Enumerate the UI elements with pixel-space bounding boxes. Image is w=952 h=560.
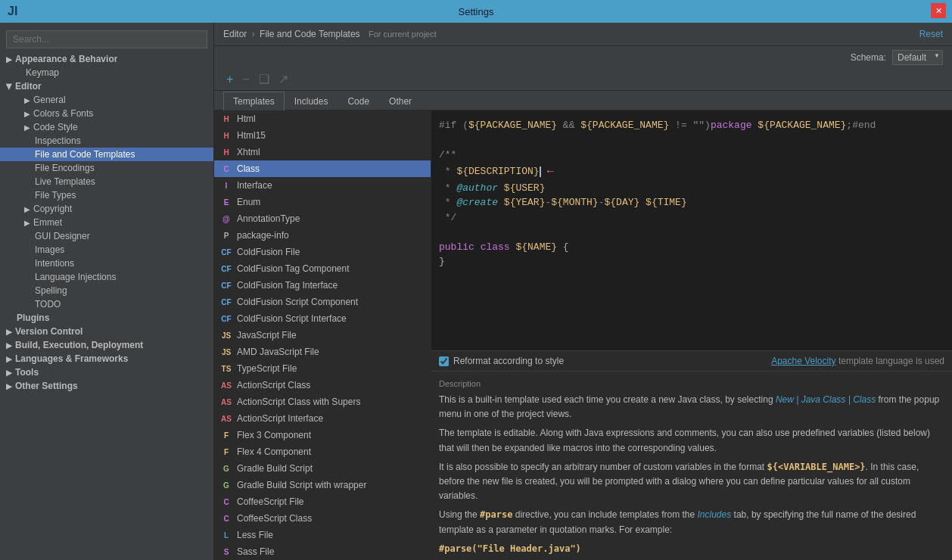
file-item-as-iface[interactable]: AS ActionScript Interface xyxy=(214,410,431,427)
sidebar-item-code-style[interactable]: ▶Code Style xyxy=(0,120,213,134)
file-icon-xhtml: H xyxy=(220,146,232,158)
file-item-cf-script-comp[interactable]: CF ColdFusion Script Component xyxy=(214,294,431,310)
file-icon-annotation: @ xyxy=(220,213,232,225)
file-label-xhtml: Xhtml xyxy=(237,147,260,157)
sidebar-arrow-appearance: ▶ xyxy=(6,55,12,64)
file-item-amd-js[interactable]: JS AMD JavaScript File xyxy=(214,344,431,360)
file-item-cf-file[interactable]: CF ColdFusion File xyxy=(214,244,431,260)
file-item-enum[interactable]: E Enum xyxy=(214,194,431,210)
sidebar-item-spelling[interactable]: Spelling xyxy=(0,284,213,297)
file-item-package-info[interactable]: P package-info xyxy=(214,227,431,244)
file-label-annotation: AnnotationType xyxy=(237,213,300,224)
sidebar-label-plugins: Plugins xyxy=(17,313,49,323)
file-item-coffee-file[interactable]: C CoffeeScript File xyxy=(214,493,431,510)
file-label-cf-file: ColdFusion File xyxy=(237,247,300,257)
sidebar-item-editor[interactable]: ▶Editor xyxy=(0,79,213,93)
file-item-as-supers[interactable]: AS ActionScript Class with Supers xyxy=(214,394,431,410)
sidebar-item-file-code-templates[interactable]: File and Code Templates xyxy=(0,148,213,161)
main-layout: ▶Appearance & BehaviorKeymap▶Editor▶Gene… xyxy=(0,23,952,560)
sidebar-arrow-colors-fonts: ▶ xyxy=(24,110,30,118)
reformat-checkbox[interactable] xyxy=(439,356,449,366)
tab-templates[interactable]: Templates xyxy=(223,92,285,110)
sidebar-label-general: General xyxy=(33,95,66,105)
tab-code[interactable]: Code xyxy=(338,92,379,110)
sidebar-item-file-encodings[interactable]: File Encodings xyxy=(0,161,213,175)
sidebar-item-keymap[interactable]: Keymap xyxy=(0,66,213,79)
velocity-link[interactable]: Apache Velocity xyxy=(771,356,835,366)
file-item-cf-script-iface[interactable]: CF ColdFusion Script Interface xyxy=(214,310,431,327)
file-item-gradle-build[interactable]: G Gradle Build Script xyxy=(214,460,431,477)
sidebar-item-tools[interactable]: ▶Tools xyxy=(0,366,213,379)
sidebar-item-languages-frameworks[interactable]: ▶Languages & Frameworks xyxy=(0,352,213,366)
reset-button[interactable]: Reset xyxy=(919,29,943,39)
cursor-arrow: ← xyxy=(547,163,555,181)
sidebar-item-language-injections[interactable]: Language Injections xyxy=(0,270,213,284)
file-icon-sass-file: S xyxy=(220,546,232,558)
file-label-cf-tag-comp: ColdFusion Tag Component xyxy=(237,263,350,274)
desc-para-1: This is a built-in template used each ti… xyxy=(439,393,944,422)
sidebar-item-plugins[interactable]: Plugins xyxy=(0,311,213,325)
file-label-as-supers: ActionScript Class with Supers xyxy=(237,397,360,407)
file-item-html[interactable]: H Html xyxy=(214,110,431,127)
file-item-xhtml[interactable]: H Xhtml xyxy=(214,144,431,160)
tab-other[interactable]: Other xyxy=(379,92,422,110)
file-item-html5[interactable]: H Html15 xyxy=(214,127,431,144)
sidebar-item-file-types[interactable]: File Types xyxy=(0,188,213,202)
sidebar-item-gui-designer[interactable]: GUI Designer xyxy=(0,229,213,243)
file-item-less-file[interactable]: L Less File xyxy=(214,527,431,543)
sidebar-item-appearance[interactable]: ▶Appearance & Behavior xyxy=(0,52,213,66)
sidebar-item-copyright[interactable]: ▶Copyright xyxy=(0,202,213,216)
file-item-class[interactable]: C Class xyxy=(214,160,431,177)
dialog-title: Settings xyxy=(459,6,494,17)
sidebar-label-editor: Editor xyxy=(15,81,42,92)
file-item-interface[interactable]: I Interface xyxy=(214,177,431,194)
file-item-as-class[interactable]: AS ActionScript Class xyxy=(214,377,431,394)
sidebar-item-emmet[interactable]: ▶Emmet xyxy=(0,216,213,229)
schema-select[interactable]: Default xyxy=(892,50,943,65)
file-icon-amd-js: JS xyxy=(220,346,232,358)
file-item-annotation[interactable]: @ AnnotationType xyxy=(214,210,431,227)
breadcrumb-editor: Editor xyxy=(223,29,247,39)
sidebar-item-general[interactable]: ▶General xyxy=(0,93,213,107)
sidebar-item-version-control[interactable]: ▶Version Control xyxy=(0,325,213,338)
sidebar-item-other-settings[interactable]: ▶Other Settings xyxy=(0,379,213,393)
file-label-flex4: Flex 4 Component xyxy=(237,446,311,457)
description-area: Description This is a built-in template … xyxy=(431,371,952,560)
sidebar-item-live-templates[interactable]: Live Templates xyxy=(0,175,213,188)
search-input[interactable] xyxy=(6,30,207,48)
file-item-flex3[interactable]: F Flex 3 Component xyxy=(214,427,431,443)
copy-button[interactable]: ❑ xyxy=(256,72,272,87)
file-item-gradle-wrapper[interactable]: G Gradle Build Script with wrapper xyxy=(214,477,431,493)
move-button[interactable]: ↗ xyxy=(275,72,291,87)
file-item-cf-tag-comp[interactable]: CF ColdFusion Tag Component xyxy=(214,260,431,277)
file-icon-as-iface: AS xyxy=(220,412,232,425)
file-item-ts-file[interactable]: TS TypeScript File xyxy=(214,360,431,377)
sidebar-label-colors-fonts: Colors & Fonts xyxy=(33,108,93,119)
code-editor[interactable]: #if (${PACKAGE_NAME} && ${PACKAGE_NAME} … xyxy=(431,110,952,350)
file-icon-flex3: F xyxy=(220,429,232,441)
app-icon: JI xyxy=(8,5,17,18)
file-item-coffee-class[interactable]: C CoffeeScript Class xyxy=(214,510,431,527)
sidebar-item-build-exec[interactable]: ▶Build, Execution, Deployment xyxy=(0,338,213,352)
sidebar-item-inspections[interactable]: Inspections xyxy=(0,134,213,148)
middle-content: H Html H Html15 H Xhtml C Class I Interf… xyxy=(214,110,952,560)
sidebar-item-todo[interactable]: TODO xyxy=(0,297,213,311)
remove-button[interactable]: − xyxy=(239,72,252,87)
toolbar: + − ❑ ↗ xyxy=(214,69,952,91)
file-label-coffee-file: CoffeeScript File xyxy=(237,496,303,507)
sidebar-item-intentions[interactable]: Intentions xyxy=(0,257,213,270)
add-button[interactable]: + xyxy=(223,72,236,87)
file-item-cf-tag-iface[interactable]: CF ColdFusion Tag Interface xyxy=(214,277,431,294)
file-item-js-file[interactable]: JS JavaScript File xyxy=(214,327,431,344)
sidebar-arrow-other-settings: ▶ xyxy=(6,382,12,390)
sidebar-item-colors-fonts[interactable]: ▶Colors & Fonts xyxy=(0,107,213,120)
sidebar-item-images[interactable]: Images xyxy=(0,243,213,257)
tab-includes[interactable]: Includes xyxy=(285,92,338,110)
file-item-flex4[interactable]: F Flex 4 Component xyxy=(214,443,431,460)
project-note: For current project xyxy=(369,30,437,39)
sidebar-label-copyright: Copyright xyxy=(33,204,72,214)
file-item-sass-file[interactable]: S Sass File xyxy=(214,543,431,560)
close-button[interactable]: ✕ xyxy=(931,3,946,18)
content-header: Editor › File and Code Templates For cur… xyxy=(214,23,952,46)
file-icon-gradle-wrapper: G xyxy=(220,479,232,491)
